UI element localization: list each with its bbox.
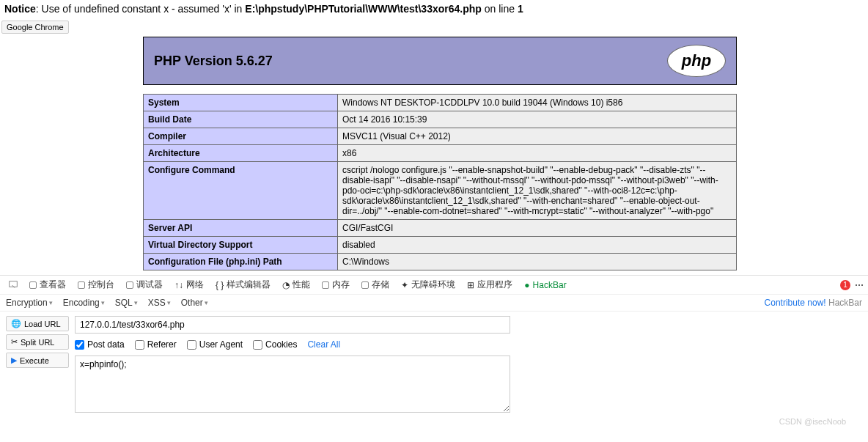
tab-network[interactable]: ↑↓网络 — [170, 277, 208, 292]
info-value: MSVC11 (Visual C++ 2012) — [338, 128, 737, 145]
menu-other[interactable]: Other ▾ — [181, 298, 208, 308]
devtools-tabs: 查看器 控制台 调试器 ↑↓网络 { }样式编辑器 ◔性能 内存 存储 ✦无障碍… — [0, 276, 868, 295]
application-icon: ⊞ — [467, 280, 474, 290]
tab-application[interactable]: ⊞应用程序 — [463, 277, 517, 292]
clear-all-link[interactable]: Clear All — [307, 339, 340, 350]
play-icon: ▶ — [11, 356, 17, 365]
table-row: SystemWindows NT DESKTOP-1CDDLPV 10.0 bu… — [144, 95, 737, 111]
notice-file: E:\phpstudy\PHPTutorial\WWW\test\33xor64… — [245, 3, 482, 15]
storage-icon — [361, 281, 369, 289]
tab-console[interactable]: 控制台 — [73, 277, 119, 292]
info-key: Architecture — [144, 145, 338, 162]
table-row: CompilerMSVC11 (Visual C++ 2012) — [144, 128, 737, 145]
devtools-panel: 查看器 控制台 调试器 ↑↓网络 { }样式编辑器 ◔性能 内存 存储 ✦无障碍… — [0, 275, 868, 417]
chevron-down-icon: ▾ — [167, 299, 171, 306]
menu-sql[interactable]: SQL ▾ — [115, 298, 138, 308]
network-icon: ↑↓ — [174, 280, 183, 290]
console-icon — [78, 281, 85, 289]
hackbar-body: 🌐Load URL ✂Split URL ▶Execute Post data … — [0, 312, 868, 417]
table-row: Server APICGI/FastCGI — [144, 220, 737, 237]
table-row: Configuration File (php.ini) PathC:\Wind… — [144, 254, 737, 270]
info-value: cscript /nologo configure.js "--enable-s… — [338, 162, 737, 220]
tab-hackbar[interactable]: ●HackBar — [520, 279, 570, 292]
devtools-menu-icon[interactable]: ⋯ — [855, 280, 864, 290]
table-row: Build DateOct 14 2016 10:15:39 — [144, 111, 737, 128]
menu-encoding[interactable]: Encoding ▾ — [63, 298, 105, 308]
info-value: Windows NT DESKTOP-1CDDLPV 10.0 build 19… — [338, 95, 737, 111]
inspector-icon — [29, 281, 37, 289]
tab-style[interactable]: { }样式编辑器 — [211, 277, 275, 292]
referer-checkbox[interactable]: Referer — [135, 339, 177, 350]
scissors-icon: ✂ — [11, 337, 18, 347]
info-key: Compiler — [144, 128, 338, 145]
tab-performance[interactable]: ◔性能 — [278, 277, 315, 292]
browser-badge: Google Chrome — [1, 21, 69, 34]
split-url-button[interactable]: ✂Split URL — [6, 334, 69, 350]
watermark: CSDN @isecNoob — [0, 417, 868, 426]
tab-memory[interactable]: 内存 — [317, 277, 354, 292]
hackbar-menu: Encryption ▾ Encoding ▾ SQL ▾ XSS ▾ Othe… — [0, 295, 868, 312]
post-body-input[interactable] — [75, 356, 510, 413]
user-agent-checkbox[interactable]: User Agent — [187, 339, 243, 350]
globe-icon: 🌐 — [11, 319, 21, 328]
error-count-badge[interactable]: 1 — [840, 280, 850, 290]
style-icon: { } — [216, 280, 224, 290]
devtools-picker-icon[interactable] — [4, 279, 22, 291]
info-key: Virtual Directory Support — [144, 237, 338, 254]
tab-accessibility[interactable]: ✦无障碍环境 — [397, 277, 460, 292]
php-version-title: PHP Version 5.6.27 — [154, 54, 273, 69]
table-row: Configure Commandcscript /nologo configu… — [144, 162, 737, 220]
phpinfo-panel: PHP Version 5.6.27 php SystemWindows NT … — [143, 37, 737, 270]
notice-label: Notice — [4, 3, 36, 15]
chevron-down-icon: ▾ — [205, 299, 208, 306]
menu-encryption[interactable]: Encryption ▾ — [6, 298, 53, 308]
memory-icon — [322, 281, 329, 289]
info-key: Configure Command — [144, 162, 338, 220]
table-row: Architecturex86 — [144, 145, 737, 162]
accessibility-icon: ✦ — [401, 280, 408, 290]
post-data-checkbox[interactable]: Post data — [75, 339, 125, 350]
notice-line: 1 — [518, 3, 523, 15]
options-row: Post data Referer User Agent Cookies Cle… — [75, 339, 862, 350]
tab-storage[interactable]: 存储 — [357, 277, 394, 292]
chevron-down-icon: ▾ — [49, 299, 53, 306]
load-url-button[interactable]: 🌐Load URL — [6, 316, 69, 331]
info-value: Oct 14 2016 10:15:39 — [338, 111, 737, 128]
execute-button[interactable]: ▶Execute — [6, 353, 69, 368]
menu-xss[interactable]: XSS ▾ — [148, 298, 171, 308]
hackbar-icon: ● — [524, 280, 529, 290]
chevron-down-icon: ▾ — [134, 299, 138, 306]
info-key: Server API — [144, 220, 338, 237]
tab-inspector[interactable]: 查看器 — [25, 277, 70, 292]
table-row: Virtual Directory Supportdisabled — [144, 237, 737, 254]
contribute-link[interactable]: Contribute now! HackBar — [765, 298, 862, 308]
debugger-icon — [126, 281, 133, 289]
php-notice: Notice: Use of undefined constant x - as… — [0, 0, 868, 18]
info-value: disabled — [338, 237, 737, 254]
performance-icon: ◔ — [282, 280, 290, 290]
info-key: System — [144, 95, 338, 111]
info-value: C:\Windows — [338, 254, 737, 270]
info-value: x86 — [338, 145, 737, 162]
tab-debugger[interactable]: 调试器 — [122, 277, 167, 292]
info-key: Configuration File (php.ini) Path — [144, 254, 338, 270]
php-logo: php — [667, 45, 726, 77]
hackbar-actions: 🌐Load URL ✂Split URL ▶Execute — [6, 316, 69, 413]
cookies-checkbox[interactable]: Cookies — [253, 339, 297, 350]
info-key: Build Date — [144, 111, 338, 128]
chevron-down-icon: ▾ — [101, 299, 105, 306]
info-value: CGI/FastCGI — [338, 220, 737, 237]
url-input[interactable] — [75, 316, 510, 334]
phpinfo-header: PHP Version 5.6.27 php — [143, 37, 737, 85]
phpinfo-table: SystemWindows NT DESKTOP-1CDDLPV 10.0 bu… — [143, 94, 737, 270]
